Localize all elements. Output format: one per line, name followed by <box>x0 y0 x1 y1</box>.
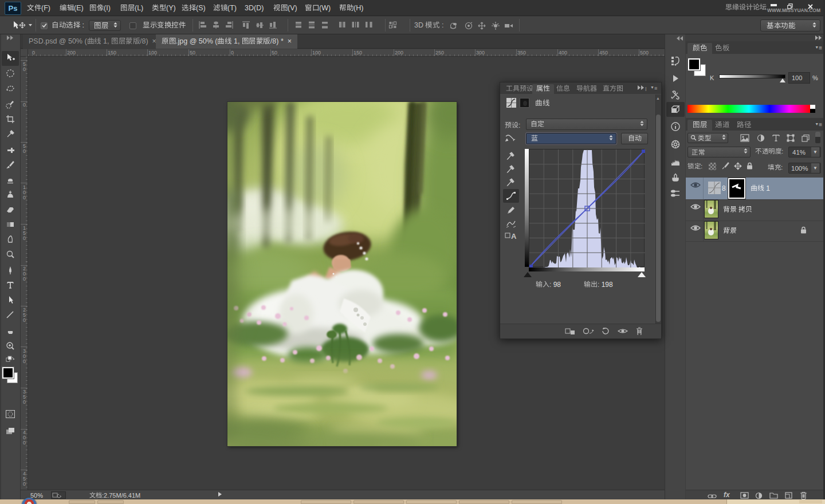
svg-text:A: A <box>511 232 517 241</box>
